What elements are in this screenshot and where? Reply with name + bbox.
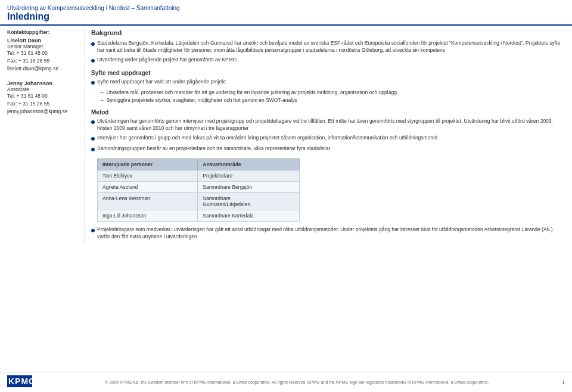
dash-icon-2: – (101, 97, 104, 104)
bullet-icon-2 (91, 58, 97, 65)
contact-1-tel: Tel: + 31 61 48 00 (7, 49, 79, 57)
syfte-sub-bullet-2-text: Synliggöra projektets styrkor, svagheter… (107, 97, 297, 104)
contact-1-fax: Fax: + 31 15 26 55 (7, 57, 79, 65)
header-subtitle: Utvärdering av Kompetensutveckling i Nor… (7, 5, 565, 11)
syfte-sub-bullet-1: – Utvärdera mål, processer och metoder f… (91, 89, 565, 97)
background-bullet-2-text: Utvärdering under pågående projekt har g… (97, 57, 565, 64)
background-bullet-1-text: Stadsdelarna Bergsjön, Kortedala, Lärjed… (97, 40, 565, 54)
table-cell-role-4: Samordnare Kortedala (198, 210, 300, 221)
table-cell-role-2: Samordnare Bergsjön (198, 181, 300, 192)
interview-table: Intervjuade personer Ansvarsområde Tom E… (97, 158, 300, 222)
bullet-icon-1 (91, 41, 97, 48)
background-bullet-2: Utvärdering under pågående projekt har g… (91, 57, 565, 65)
bullet-icon-5 (91, 136, 97, 143)
table-cell-name-2: Agneta Asplund (98, 181, 198, 192)
sidebar: Kontaktuppgifter: Liselott Daun Senior M… (7, 29, 85, 243)
table-cell-name-4: Inga-Lill Johansson (98, 210, 198, 221)
page-header: Utvärdering av Kompetensutveckling i Nor… (0, 0, 572, 26)
bullet-icon-3 (91, 80, 97, 87)
sidebar-section-label: Kontaktuppgifter: (7, 29, 79, 35)
background-bullet-1: Stadsdelarna Bergsjön, Kortedala, Lärjed… (91, 40, 565, 54)
table-header-persons: Intervjuade personer (98, 158, 198, 170)
footer-logo-area: KPMG (7, 375, 32, 389)
contact-2-tel: Tel: + 31 61 48 00 (7, 92, 79, 100)
header-title: Inledning (7, 11, 565, 22)
syfte-bullet-1-text: Syfte med uppdraget har varit att under … (97, 79, 565, 86)
syfte-sub-bullet-2: – Synliggöra projektets styrkor, svaghet… (91, 97, 565, 104)
contact-2-email: jenny.johansson@kpmg.se (7, 108, 79, 116)
kpmg-logo-svg: KPMG (7, 375, 32, 387)
contact-1-name: Liselott Daun (7, 38, 79, 43)
kpmg-logo: KPMG (7, 375, 32, 389)
syfte-sub-bullet-1-text: Utvärdera mål, processer och metoder för… (107, 89, 397, 97)
table-row: Tom Elchiyev Projektledare (98, 170, 300, 181)
bullet-icon-7 (91, 228, 97, 235)
contact-1-role: Senior Manager (7, 43, 79, 49)
contact-block-2: Jenny Johansson Associate Tel: + 31 61 4… (7, 80, 79, 115)
footer-page-number: 1 (562, 379, 565, 385)
contact-2-fax: Fax: + 31 15 26 55 (7, 100, 79, 108)
table-cell-name-1: Tom Elchiyev (98, 170, 198, 181)
dash-icon-1: – (101, 89, 104, 97)
metod-bullet-3-text: Samordningsgruppen består av en projektl… (97, 145, 565, 153)
table-header-area: Ansvarsområde (198, 158, 300, 170)
metod-bullet-1: Utvärderingen har genomförts genom inter… (91, 118, 565, 132)
background-title: Bakgrund (91, 29, 565, 36)
syfte-title: Syfte med uppdraget (91, 70, 565, 76)
bullet-icon-6 (91, 147, 97, 154)
table-row: Inga-Lill Johansson Samordnare Kortedala (98, 210, 300, 221)
table-cell-role-1: Projektledare (198, 170, 300, 181)
main-content: Bakgrund Stadsdelarna Bergsjön, Kortedal… (85, 29, 565, 243)
metod-bullet-3: Samordningsgruppen består av en projektl… (91, 145, 565, 154)
metod-bullet-2-text: Intervjuer har genomförts i grupp och me… (97, 135, 565, 142)
table-row: Agneta Asplund Samordnare Bergsjön (98, 181, 300, 192)
main-layout: Kontaktuppgifter: Liselott Daun Senior M… (0, 29, 572, 267)
footer-copyright: © 2009 KPMG AB, the Swedish member firm … (32, 379, 562, 385)
final-bullet-text: Projektdeltagare som medverkat i utvärde… (97, 226, 565, 241)
svg-text:KPMG: KPMG (8, 377, 32, 386)
contact-block-1: Liselott Daun Senior Manager Tel: + 31 6… (7, 38, 79, 72)
bullet-icon-4 (91, 119, 97, 126)
contact-2-name: Jenny Johansson (7, 80, 79, 86)
table-cell-name-3: Anna-Lena Westman (98, 192, 198, 210)
syfte-bullet-1: Syfte med uppdraget har varit att under … (91, 79, 565, 87)
metod-title: Metod (91, 109, 565, 116)
metod-bullet-2: Intervjuer har genomförts i grupp och me… (91, 135, 565, 143)
page-footer: KPMG © 2009 KPMG AB, the Swedish member … (0, 372, 572, 392)
table-cell-role-3: SamordnareGunnared/Lärjedalen (198, 192, 300, 210)
table-row: Anna-Lena Westman SamordnareGunnared/Lär… (98, 192, 300, 210)
metod-bullet-1-text: Utvärderingen har genomförts genom inter… (97, 118, 565, 132)
contact-1-email: liselott.daun@kpmg.se (7, 65, 79, 73)
final-bullet: Projektdeltagare som medverkat i utvärde… (91, 226, 565, 241)
contact-2-role: Associate (7, 86, 79, 92)
